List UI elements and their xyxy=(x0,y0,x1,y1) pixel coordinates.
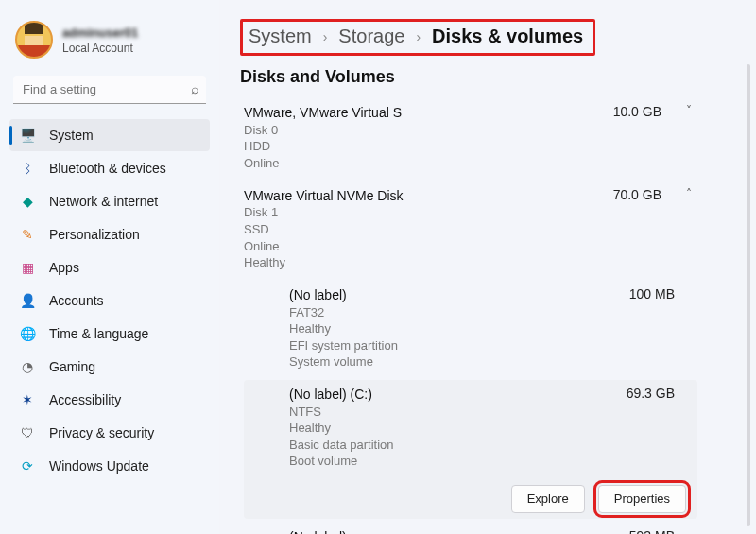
sidebar-item-privacy-security[interactable]: 🛡Privacy & security xyxy=(9,417,210,449)
volume-item[interactable]: (No label)FAT32HealthyEFI system partiti… xyxy=(244,281,697,376)
sidebar-item-label: Network & internet xyxy=(49,194,158,209)
disk-status: Online xyxy=(244,238,613,255)
volume-health: Healthy xyxy=(289,420,627,437)
volume-size: 593 MB xyxy=(629,528,675,534)
volume-desc: Boot volume xyxy=(289,453,627,470)
scrollbar[interactable] xyxy=(747,64,750,526)
chevron-right-icon: › xyxy=(323,29,328,44)
sidebar-item-label: Apps xyxy=(49,260,79,275)
disk-list: VMware, VMware Virtual S Disk 0HDDOnline… xyxy=(240,98,730,534)
chevron-up-icon[interactable]: ˄ xyxy=(680,187,697,200)
sidebar-item-label: Time & language xyxy=(49,326,148,341)
nav-icon: ✶ xyxy=(19,391,36,408)
sidebar-item-apps[interactable]: ▦Apps xyxy=(9,251,210,284)
breadcrumb-current: Disks & volumes xyxy=(432,26,583,47)
sidebar-item-windows-update[interactable]: ⟳Windows Update xyxy=(9,450,210,482)
nav-icon: ◆ xyxy=(19,193,36,210)
nav-icon: ⟳ xyxy=(19,457,36,474)
sidebar-item-label: Bluetooth & devices xyxy=(49,161,166,176)
main-panel: System › Storage › Disks & volumes Disks… xyxy=(219,0,756,534)
disk-health: Healthy xyxy=(244,254,613,271)
disk-designator: Disk 0 xyxy=(244,122,613,139)
disk-status: Online xyxy=(244,155,613,172)
volume-desc: System volume xyxy=(289,353,629,370)
settings-sidebar: adminuser01 Local Account ⌕ 🖥️SystemᛒBlu… xyxy=(0,0,219,534)
user-subtitle: Local Account xyxy=(62,42,138,55)
sidebar-item-bluetooth-devices[interactable]: ᛒBluetooth & devices xyxy=(9,152,210,184)
nav-icon: ▦ xyxy=(19,259,36,276)
disk-item[interactable]: VMware, VMware Virtual S Disk 0HDDOnline… xyxy=(240,98,701,178)
breadcrumb-system[interactable]: System xyxy=(249,26,312,47)
nav-icon: 👤 xyxy=(19,292,36,309)
volume-label: (No label) xyxy=(289,286,629,304)
breadcrumb: System › Storage › Disks & volumes xyxy=(240,19,595,56)
sidebar-item-label: Accounts xyxy=(49,293,104,308)
disk-designator: Disk 1 xyxy=(244,204,613,221)
sidebar-item-label: System xyxy=(49,128,94,143)
volume-item[interactable]: (No label) (C:)NTFSHealthyBasic data par… xyxy=(244,380,697,519)
sidebar-item-time-language[interactable]: 🌐Time & language xyxy=(9,318,210,350)
explore-button[interactable]: Explore xyxy=(511,485,585,513)
volume-fs: FAT32 xyxy=(289,304,629,321)
volume-item[interactable]: (No label)NTFS 593 MB xyxy=(244,523,697,534)
properties-button[interactable]: Properties xyxy=(598,485,686,513)
volume-desc: EFI system partition xyxy=(289,337,629,354)
nav-icon: ᛒ xyxy=(19,160,36,177)
sidebar-item-label: Windows Update xyxy=(49,458,149,474)
disk-name: VMware Virtual NVMe Disk xyxy=(244,187,613,205)
volume-health: Healthy xyxy=(289,320,629,337)
page-title: Disks and Volumes xyxy=(240,67,730,87)
sidebar-item-network-internet[interactable]: ◆Network & internet xyxy=(9,185,210,217)
volume-desc: Basic data partition xyxy=(289,437,627,454)
sidebar-item-personalization[interactable]: ✎Personalization xyxy=(9,218,210,250)
disk-type: HDD xyxy=(244,138,613,155)
sidebar-item-accessibility[interactable]: ✶Accessibility xyxy=(9,384,210,416)
sidebar-item-gaming[interactable]: ◔Gaming xyxy=(9,351,210,383)
volume-fs: NTFS xyxy=(289,404,627,421)
disk-name: VMware, VMware Virtual S xyxy=(244,104,613,122)
sidebar-item-label: Accessibility xyxy=(49,392,121,407)
chevron-down-icon[interactable]: ˅ xyxy=(680,104,697,117)
user-name: adminuser01 xyxy=(62,26,138,40)
search-input[interactable] xyxy=(13,76,206,104)
volume-label: (No label) (C:) xyxy=(289,386,627,404)
sidebar-item-label: Gaming xyxy=(49,359,95,374)
disk-item[interactable]: VMware Virtual NVMe Disk Disk 1SSDOnline… xyxy=(240,181,701,534)
disk-type: SSD xyxy=(244,221,613,238)
search-box: ⌕ xyxy=(13,76,206,104)
chevron-right-icon: › xyxy=(416,29,421,44)
disk-size: 70.0 GB xyxy=(613,187,662,202)
sidebar-item-label: Personalization xyxy=(49,227,140,242)
volume-actions: Explore Properties xyxy=(289,485,692,513)
nav-icon: ◔ xyxy=(19,358,36,375)
user-block[interactable]: adminuser01 Local Account xyxy=(9,17,210,76)
nav-icon: 🛡 xyxy=(19,424,36,441)
nav-icon: ✎ xyxy=(19,226,36,243)
nav-list: 🖥️SystemᛒBluetooth & devices◆Network & i… xyxy=(9,119,210,482)
sidebar-item-accounts[interactable]: 👤Accounts xyxy=(9,284,210,317)
disk-size: 10.0 GB xyxy=(613,104,662,119)
breadcrumb-storage[interactable]: Storage xyxy=(338,26,404,47)
sidebar-item-label: Privacy & security xyxy=(49,425,154,440)
volume-size: 100 MB xyxy=(629,286,675,370)
nav-icon: 🖥️ xyxy=(19,127,36,144)
avatar xyxy=(15,21,53,59)
volume-list: (No label)FAT32HealthyEFI system partiti… xyxy=(244,281,697,534)
volume-label: (No label) xyxy=(289,528,629,534)
search-icon[interactable]: ⌕ xyxy=(191,81,198,96)
sidebar-item-system[interactable]: 🖥️System xyxy=(9,119,210,151)
nav-icon: 🌐 xyxy=(19,325,36,342)
volume-size: 69.3 GB xyxy=(627,386,675,470)
